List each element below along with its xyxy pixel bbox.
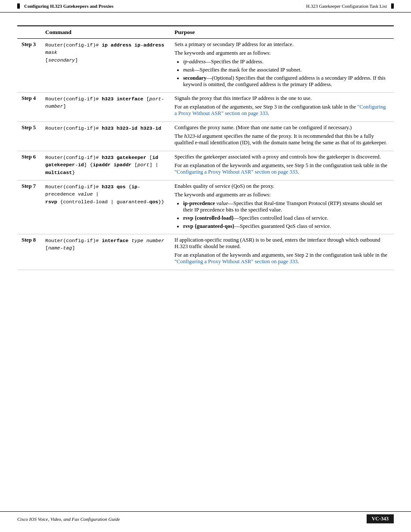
command-cell: Router(config-if)# h323 gatekeeper [idga… xyxy=(41,151,170,180)
header-right-text: H.323 Gatekeeper Configuration Task List xyxy=(306,3,394,9)
step-label: Step 7 xyxy=(17,180,41,234)
page-header: Configuring H.323 Gatekeepers and Proxie… xyxy=(0,0,411,12)
command-cell: Router(config-if)# h323 h323-id h323-id xyxy=(41,122,170,151)
footer-title: Cisco IOS Voice, Video, and Fax Configur… xyxy=(17,516,120,522)
step-label: Step 8 xyxy=(17,234,41,270)
header-left-text: Configuring H.323 Gatekeepers and Proxie… xyxy=(17,3,113,9)
command-table: Command Purpose Step 3Router(config-if)#… xyxy=(17,25,394,270)
table-row: Step 4Router(config-if)# h323 interface … xyxy=(17,93,394,122)
purpose-cell: Configures the proxy name. (More than on… xyxy=(170,122,394,151)
command-cell: Router(config-if)# interface type number… xyxy=(41,234,170,270)
purpose-cell: Specifies the gatekeeper associated with… xyxy=(170,151,394,180)
purpose-cell: Enables quality of service (QoS) on the … xyxy=(170,180,394,234)
page-footer: Cisco IOS Voice, Video, and Fax Configur… xyxy=(0,511,411,523)
purpose-cell: If application-specific routing (ASR) is… xyxy=(170,234,394,270)
col-header-empty xyxy=(17,26,41,39)
command-cell: Router(config-if)# h323 qos {ip-preceden… xyxy=(41,180,170,234)
table-row: Step 6Router(config-if)# h323 gatekeeper… xyxy=(17,151,394,180)
command-cell: Router(config-if)# h323 interface [port-… xyxy=(41,93,170,122)
page: Configuring H.323 Gatekeepers and Proxie… xyxy=(0,0,411,532)
col-header-command: Command xyxy=(41,26,170,39)
footer-page-number: VC-343 xyxy=(367,514,394,523)
purpose-cell: Sets a primary or secondary IP address f… xyxy=(170,39,394,93)
step-label: Step 6 xyxy=(17,151,41,180)
table-row: Step 8Router(config-if)# interface type … xyxy=(17,234,394,270)
table-row: Step 5Router(config-if)# h323 h323-id h3… xyxy=(17,122,394,151)
step-label: Step 3 xyxy=(17,39,41,93)
step-label: Step 4 xyxy=(17,93,41,122)
table-row: Step 7Router(config-if)# h323 qos {ip-pr… xyxy=(17,180,394,234)
purpose-cell: Signals the proxy that this interface IP… xyxy=(170,93,394,122)
step-label: Step 5 xyxy=(17,122,41,151)
table-row: Step 3Router(config-if)# ip address ip-a… xyxy=(17,39,394,93)
col-header-purpose: Purpose xyxy=(170,26,394,39)
command-cell: Router(config-if)# ip address ip-address… xyxy=(41,39,170,93)
main-content: Command Purpose Step 3Router(config-if)#… xyxy=(0,17,411,287)
